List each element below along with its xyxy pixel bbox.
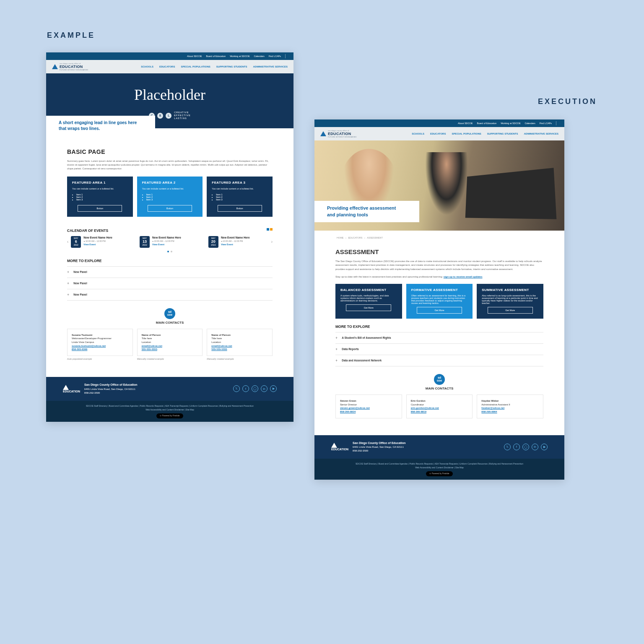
card-button[interactable]: Button — [218, 205, 262, 212]
topbar-link[interactable]: Find LCAPs — [269, 55, 281, 57]
signup-link[interactable]: sign up to receive email updates — [444, 275, 483, 278]
contact-email-link[interactable]: email@sdcoe.net — [211, 345, 232, 347]
accordion-panel[interactable]: +Data and Assessment Network — [335, 355, 543, 366]
event-time: ● 10:00 AM – 12:00 PM — [83, 240, 112, 242]
page-heading: ASSESSMENT — [335, 248, 543, 255]
view-toggle[interactable] — [267, 228, 273, 231]
nav-link[interactable]: SUPPORTING STUDENTS — [487, 132, 518, 135]
contact-phone-link[interactable]: 858-295-8819 — [411, 410, 426, 413]
carousel-dots[interactable] — [67, 250, 273, 253]
twitter-icon[interactable]: 𝕏 — [504, 444, 511, 450]
accordion-panel[interactable]: +Data Reports — [335, 343, 543, 355]
event-item: MAY202022 New Event Name Here● 10:00 AM … — [208, 236, 269, 248]
linkedin-icon[interactable]: in — [532, 444, 538, 450]
view-event-link[interactable]: View Event — [152, 243, 181, 246]
accordion-panel[interactable]: +New Panel — [67, 278, 273, 289]
nav-link[interactable]: ADMINISTRATIVE SERVICES — [524, 132, 558, 135]
event-time: ● 10:00 AM – 12:00 PM — [221, 240, 250, 242]
contact-email-link[interactable]: steven.green@sdcoe.net — [340, 407, 370, 409]
contact-email-link[interactable]: email@sdcoe.net — [142, 345, 162, 347]
view-event-link[interactable]: View Event — [221, 243, 250, 246]
mockup-example: About SDCOE Board of Education Working a… — [46, 52, 293, 422]
card-list: Item 1Item 2Item 3 — [76, 193, 128, 201]
search-icon[interactable] — [285, 54, 289, 58]
contact-phone-link[interactable]: 858-295-8864 — [481, 410, 497, 413]
intro-paragraph: The San Diego County Office of Education… — [335, 260, 543, 271]
next-arrow-icon[interactable]: › — [271, 239, 273, 244]
view-event-link[interactable]: View Event — [83, 243, 112, 246]
accordion: +New Panel +New Panel +New Panel — [67, 266, 273, 301]
hero-image: Providing effective assessment and plann… — [314, 140, 564, 231]
sdcoe-badge-icon: sdcoe — [434, 374, 445, 385]
featured-card: FEATURED AREA 1 You can include content … — [67, 177, 133, 216]
hero: Placeholder C E L CREATIVEEFFECTIVELASTI… — [46, 73, 293, 128]
topbar-link[interactable]: Calendars — [525, 122, 535, 125]
event-time: ● 10:00 AM – 12:00 PM — [152, 240, 181, 242]
logo-triangle-icon — [320, 131, 326, 136]
topbar-link[interactable]: Board of Education — [206, 55, 226, 57]
youtube-icon[interactable]: ▶ — [541, 444, 548, 450]
nav-link[interactable]: EDUCATORS — [430, 132, 446, 135]
plus-icon: + — [335, 347, 338, 351]
topbar-link[interactable]: About SDCOE — [187, 55, 202, 57]
accordion-panel[interactable]: +New Panel — [67, 289, 273, 301]
youtube-icon[interactable]: ▶ — [270, 385, 277, 392]
accordion-panel[interactable]: +New Panel — [67, 266, 273, 278]
card-button[interactable]: Button — [78, 205, 122, 212]
topbar: About SDCOE Board of Education Working a… — [314, 119, 564, 127]
nav-link[interactable]: SPECIAL POPULATIONS — [452, 132, 481, 135]
topbar-link[interactable]: Working at SDCOE — [230, 55, 249, 57]
contact-phone-link[interactable]: 858-295-6366 — [72, 348, 87, 351]
card-button[interactable]: Button — [148, 205, 192, 212]
event-title: New Event Name Here — [152, 236, 181, 239]
instagram-icon[interactable]: ◯ — [252, 385, 258, 392]
logo[interactable]: san diego county office ofEDUCATIONFUTUR… — [320, 130, 356, 138]
featured-card: FEATURED AREA 3 You can include content … — [207, 177, 273, 216]
nav-link[interactable]: SCHOOLS — [141, 65, 153, 68]
prev-arrow-icon[interactable]: ‹ — [67, 239, 68, 244]
social-links: 𝕏f◯in▶ — [504, 444, 548, 450]
topbar-link[interactable]: Find LCAPs — [540, 122, 552, 125]
contact-card: Name of PersonTitle hereLocationemail@sd… — [137, 329, 203, 356]
card-button[interactable]: Get More — [346, 304, 391, 311]
contact-email-link[interactable]: susana.tsutsumi@sdcoe.net — [72, 345, 106, 347]
card-title: FEATURED AREA 3 — [212, 181, 267, 184]
hero-lead: A short engaging lead in line goes here … — [46, 116, 155, 136]
twitter-icon[interactable]: 𝕏 — [233, 385, 240, 392]
assessment-cards: BALANCED ASSESSMENTA system where tools,… — [335, 284, 543, 319]
contact-email-link[interactable]: erin.gordon@sdcoe.net — [411, 407, 439, 409]
footer-logo: EDUCATION — [331, 443, 348, 451]
nav-link[interactable]: SPECIAL POPULATIONS — [181, 65, 210, 68]
topbar-link[interactable]: Calendars — [254, 55, 265, 57]
topbar-link[interactable]: Working at SDCOE — [501, 122, 520, 125]
main-nav: SCHOOLS EDUCATORS SPECIAL POPULATIONS SU… — [141, 65, 288, 68]
contact-phone-link[interactable]: 555-555-5555 — [211, 348, 227, 351]
search-icon[interactable] — [556, 121, 560, 125]
nav-link[interactable]: ADMINISTRATIVE SERVICES — [253, 65, 288, 68]
contact-email-link[interactable]: hweber@sdcoe.net — [481, 407, 504, 409]
contact-phone-link[interactable]: 555-555-5555 — [142, 348, 157, 351]
topbar-link[interactable]: Board of Education — [477, 122, 496, 125]
topbar-link[interactable]: About SDCOE — [458, 122, 473, 125]
facebook-icon[interactable]: f — [513, 444, 520, 450]
contact-note: Auto populated example — [67, 358, 133, 360]
footer-logo: EDUCATION — [63, 385, 80, 393]
social-links: 𝕏 f ◯ in ▶ — [233, 385, 277, 392]
card-button[interactable]: Get More — [417, 307, 462, 314]
instagram-icon[interactable]: ◯ — [522, 444, 529, 450]
footer-legal: SDCOE Staff Directory | Board and Commit… — [314, 459, 564, 480]
powered-by-badge[interactable]: ⊙ Powered by Finalsite — [426, 471, 452, 476]
event-title: New Event Name Here — [221, 236, 250, 239]
card-button[interactable]: Get More — [488, 307, 533, 314]
nav-link[interactable]: EDUCATORS — [159, 65, 175, 68]
accordion-panel[interactable]: +A Student's Bill of Assessment Rights — [335, 332, 543, 343]
logo[interactable]: san diego county office ofEDUCATIONFUTUR… — [52, 62, 88, 71]
contact-phone-link[interactable]: 858-295-8834 — [340, 410, 356, 413]
powered-by-badge[interactable]: ⊙ Powered by Finalsite — [156, 413, 183, 418]
linkedin-icon[interactable]: in — [261, 385, 267, 392]
facebook-icon[interactable]: f — [242, 385, 249, 392]
nav-link[interactable]: SUPPORTING STUDENTS — [216, 65, 247, 68]
featured-cards: FEATURED AREA 1 You can include content … — [67, 177, 273, 216]
card-list: Item 1Item 2Item 3 — [146, 193, 198, 201]
nav-link[interactable]: SCHOOLS — [412, 132, 424, 135]
